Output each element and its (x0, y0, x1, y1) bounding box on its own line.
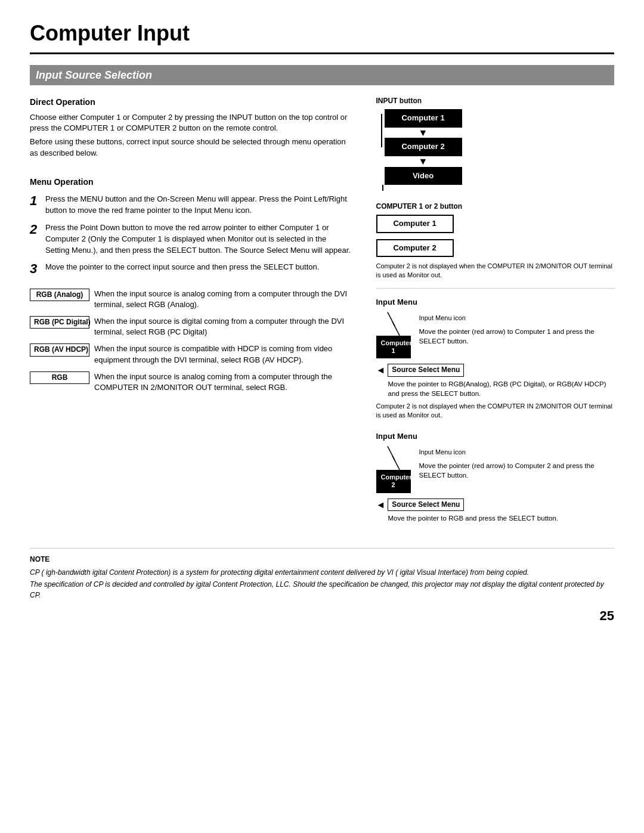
arrow-down-1: ▼ (419, 128, 428, 138)
rgb-pc-digital-desc: When the input source is digital coming … (94, 316, 352, 337)
source-select-arrow-2: ◄ (376, 498, 386, 512)
page-number: 25 (30, 606, 614, 625)
input-menu-icon-note-2: Input Menu icon (419, 448, 466, 456)
rgb-av-hdcp-label: RGB (AV HDCP) (30, 343, 89, 356)
step-3-text: Move the pointer to the correct input so… (45, 262, 319, 273)
page-title: Computer Input (30, 18, 614, 54)
rgb-pc-digital-label: RGB (PC Digital) (30, 316, 89, 329)
section-heading: Input Source Selection (30, 65, 614, 85)
arrow-down-2: ▼ (419, 156, 428, 167)
comp12-btn-computer1: Computer 1 (376, 215, 454, 233)
rgb-label: RGB (30, 371, 89, 384)
source-select-label-2: Source Select Menu (388, 498, 464, 511)
step-number-3: 3 (30, 262, 41, 276)
input-menu-1-small-note: Computer 2 is not displayed when the COM… (376, 402, 615, 420)
computer-12-button-label: COMPUTER 1 or 2 button (376, 202, 615, 212)
source-select-label-1: Source Select Menu (388, 364, 464, 376)
note-line-1: CP ( igh-bandwidth igital Content Protec… (30, 567, 614, 578)
computer1-icon: Computer1 (376, 336, 411, 358)
step-number-2: 2 (30, 222, 41, 237)
step-number-1: 1 (30, 194, 41, 208)
direct-operation-heading: Direct Operation (30, 96, 352, 108)
rgb-av-hdcp-desc: When the input source is compatible with… (94, 343, 352, 365)
input-menu-1-instruction1: Move the pointer (red arrow) to Computer… (419, 327, 615, 346)
rgb-desc: When the input source is analog coming f… (94, 371, 352, 393)
direct-operation-para2: Before using these buttons, correct inpu… (30, 137, 352, 159)
input-menu-1-instruction2: Move the pointer to RGB(Analog), RGB (PC… (388, 379, 615, 398)
rgb-analog-desc: When the input source is analog coming f… (94, 289, 352, 310)
menu-operation-heading: Menu Operation (30, 176, 352, 188)
step-1-text: Press the MENU button and the On-Screen … (45, 194, 352, 216)
rgb-items-container: RGB (Analog) When the input source is an… (30, 289, 352, 394)
note-line-2: The specification of CP is decided and c… (30, 579, 614, 600)
direct-operation-para1: Choose either Computer 1 or Computer 2 b… (30, 112, 352, 135)
source-select-arrow-1: ◄ (376, 363, 386, 377)
menu-icon-slash-4: ╲ (392, 457, 400, 469)
input-menu-icon-note-1: Input Menu icon (419, 314, 466, 321)
input-menu-2-instruction1: Move the pointer (red arrow) to Computer… (419, 461, 615, 480)
input-menu-2-instruction2: Move the pointer to RGB and press the SE… (388, 513, 615, 523)
menu-icon-slash-1: ╲ (388, 313, 395, 325)
input-btn-video: Video (385, 167, 462, 185)
input-menu-2-heading: Input Menu (376, 431, 615, 442)
input-btn-computer2: Computer 2 (385, 138, 462, 156)
comp12-btn-computer2: Computer 2 (376, 239, 454, 258)
rgb-analog-label: RGB (Analog) (30, 289, 89, 301)
step-2-text: Press the Point Down button to move the … (45, 222, 352, 256)
input-menu-1-heading: Input Menu (376, 297, 615, 308)
input-btn-computer1: Computer 1 (385, 109, 462, 128)
note-label: NOTE (30, 555, 614, 565)
computer2-icon: Computer2 (376, 470, 411, 493)
small-note-1: Computer 2 is not displayed when the COM… (376, 262, 615, 280)
input-button-label: INPUT button (376, 96, 615, 106)
